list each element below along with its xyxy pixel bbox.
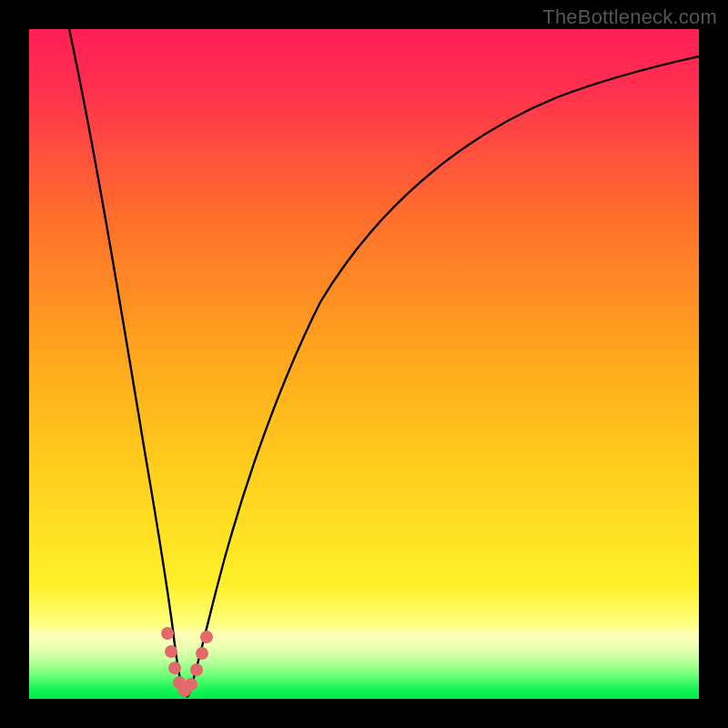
svg-point-7 [190,663,203,676]
curve-path [69,29,699,696]
svg-point-3 [168,662,181,674]
svg-point-9 [200,631,213,643]
chart-frame: TheBottleneck.com [0,0,728,728]
svg-point-2 [165,645,177,658]
svg-point-1 [161,627,174,640]
bottleneck-curve [29,29,699,699]
svg-point-8 [196,647,208,660]
marker-cluster [161,627,213,697]
watermark-text: TheBottleneck.com [542,5,717,29]
svg-point-6 [185,678,197,691]
plot-area [29,29,699,699]
